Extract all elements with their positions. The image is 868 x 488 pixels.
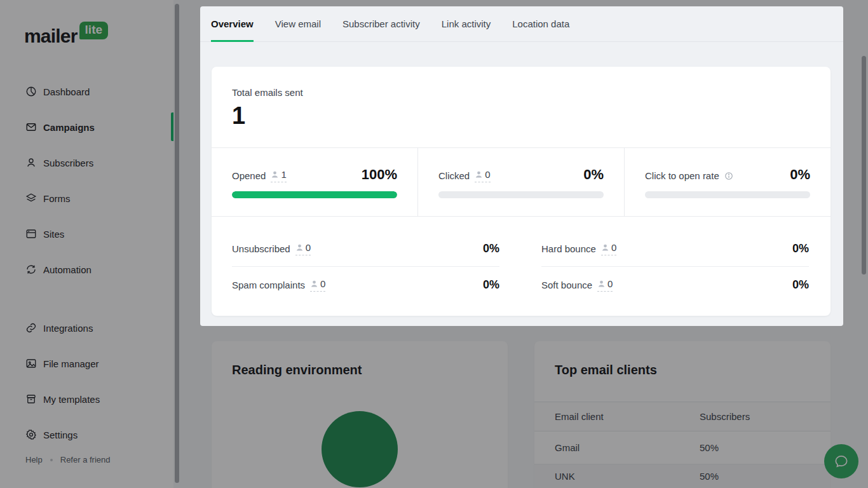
metric-clicked: Clicked 0 0% bbox=[417, 148, 624, 216]
soft-bounce-label: Soft bounce bbox=[541, 280, 592, 290]
chat-icon bbox=[833, 453, 850, 470]
total-emails-sent-label: Total emails sent bbox=[232, 87, 810, 98]
unsubscribed-label: Unsubscribed bbox=[232, 243, 290, 254]
info-icon[interactable] bbox=[724, 172, 733, 180]
settings-icon bbox=[25, 429, 37, 440]
person-icon bbox=[601, 243, 609, 252]
top-email-clients-title: Top email clients bbox=[555, 363, 657, 377]
sidebar-item-my-templates[interactable]: My templates bbox=[0, 391, 173, 407]
sidebar-item-forms[interactable]: Forms bbox=[0, 191, 173, 206]
reading-environment-pie-chart bbox=[322, 411, 398, 487]
person-icon bbox=[295, 243, 304, 252]
hard-bounce-percentage: 0% bbox=[792, 242, 809, 255]
clicked-label: Clicked bbox=[438, 170, 470, 181]
separator-dot bbox=[50, 459, 53, 461]
active-nav-indicator bbox=[171, 112, 173, 141]
spam-complaints-percentage: 0% bbox=[483, 278, 499, 292]
reading-environment-title: Reading environment bbox=[232, 363, 362, 377]
clicked-count[interactable]: 0 bbox=[475, 169, 490, 182]
table-header: Email client Subscribers bbox=[534, 402, 831, 431]
tab-view-email[interactable]: View email bbox=[275, 6, 321, 41]
sidebar-item-dashboard[interactable]: Dashboard bbox=[0, 84, 173, 99]
sidebar-item-label: File manager bbox=[43, 358, 99, 369]
person-icon bbox=[475, 170, 483, 179]
column-header-subscribers: Subscribers bbox=[700, 411, 750, 422]
client-name: UNK bbox=[534, 471, 700, 482]
sidebar-scrollbar[interactable] bbox=[175, 4, 179, 483]
client-share: 50% bbox=[700, 471, 719, 482]
window-scrollbar[interactable] bbox=[862, 56, 866, 274]
top-email-clients-card: Top email clients Email client Subscribe… bbox=[534, 341, 831, 488]
sidebar: mailerlite Dashboard Campaigns Subscribe… bbox=[0, 0, 173, 488]
person-icon bbox=[271, 170, 279, 179]
unsubscribed-percentage: 0% bbox=[483, 242, 499, 255]
tab-overview[interactable]: Overview bbox=[211, 6, 254, 41]
report-tabbar: Overview View email Subscriber activity … bbox=[200, 6, 843, 42]
click-to-open-rate-progress-bar bbox=[645, 191, 810, 198]
tab-location-data[interactable]: Location data bbox=[512, 6, 569, 41]
live-chat-button[interactable] bbox=[824, 444, 858, 478]
sites-icon bbox=[25, 228, 37, 240]
metric-click-to-open-rate: Click to open rate 0% bbox=[624, 148, 831, 216]
sidebar-item-label: Campaigns bbox=[43, 122, 95, 133]
spam-complaints-count[interactable]: 0 bbox=[310, 278, 325, 292]
sidebar-item-label: Integrations bbox=[43, 323, 93, 334]
sidebar-item-label: Sites bbox=[43, 229, 64, 240]
opened-count[interactable]: 1 bbox=[271, 169, 286, 182]
soft-bounce-percentage: 0% bbox=[792, 278, 809, 292]
help-link[interactable]: Help bbox=[25, 455, 43, 464]
click-to-open-rate-label: Click to open rate bbox=[645, 170, 719, 181]
campaign-report-modal: Overview View email Subscriber activity … bbox=[200, 6, 843, 326]
mailerlite-logo[interactable]: mailerlite bbox=[24, 25, 108, 47]
opened-percentage: 100% bbox=[362, 166, 397, 183]
sidebar-item-integrations[interactable]: Integrations bbox=[0, 320, 173, 336]
clicked-progress-bar bbox=[438, 191, 604, 198]
hard-bounce-count[interactable]: 0 bbox=[601, 242, 616, 255]
secondary-metrics: Unsubscribed 0 0% Spam complaints 0 bbox=[212, 217, 831, 303]
table-row: Gmail 50% bbox=[534, 431, 831, 464]
opened-progress-bar bbox=[232, 191, 397, 198]
click-to-open-rate-percentage: 0% bbox=[790, 166, 810, 183]
sidebar-item-subscribers[interactable]: Subscribers bbox=[0, 155, 173, 170]
sidebar-item-sites[interactable]: Sites bbox=[0, 226, 173, 241]
automation-icon bbox=[25, 264, 37, 275]
person-icon bbox=[597, 280, 606, 288]
tab-link-activity[interactable]: Link activity bbox=[442, 6, 491, 41]
sidebar-item-label: Dashboard bbox=[43, 86, 90, 97]
sidebar-item-settings[interactable]: Settings bbox=[0, 427, 173, 442]
sidebar-item-label: Automation bbox=[43, 264, 92, 275]
unsubscribed-count[interactable]: 0 bbox=[295, 242, 311, 255]
tab-subscriber-activity[interactable]: Subscriber activity bbox=[342, 6, 420, 41]
logo-badge: lite bbox=[79, 22, 108, 39]
refer-a-friend-link[interactable]: Refer a friend bbox=[60, 455, 111, 464]
sidebar-item-label: Forms bbox=[43, 193, 71, 204]
soft-bounce-count[interactable]: 0 bbox=[597, 278, 613, 292]
reading-environment-card: Reading environment bbox=[212, 341, 508, 488]
logo-text: mailer bbox=[24, 25, 78, 46]
sidebar-item-campaigns[interactable]: Campaigns bbox=[0, 119, 173, 135]
client-name: Gmail bbox=[534, 442, 700, 453]
table-row: UNK 50% bbox=[534, 464, 831, 488]
metric-soft-bounce: Soft bounce 0 0% bbox=[541, 267, 809, 303]
clicked-percentage: 0% bbox=[583, 166, 604, 183]
client-share: 50% bbox=[700, 442, 719, 453]
dashboard-icon bbox=[25, 86, 37, 97]
person-icon bbox=[310, 280, 318, 288]
sidebar-item-label: Settings bbox=[43, 430, 78, 440]
forms-icon bbox=[25, 193, 37, 204]
sidebar-footer: Help Refer a friend bbox=[25, 455, 111, 464]
sidebar-item-automation[interactable]: Automation bbox=[0, 262, 173, 277]
hard-bounce-label: Hard bounce bbox=[541, 243, 596, 254]
subscribers-icon bbox=[25, 157, 37, 168]
file-manager-icon bbox=[25, 358, 37, 369]
my-templates-icon bbox=[25, 393, 37, 405]
metric-hard-bounce: Hard bounce 0 0% bbox=[541, 231, 809, 267]
total-emails-sent-value: 1 bbox=[232, 103, 810, 128]
sidebar-item-file-manager[interactable]: File manager bbox=[0, 356, 173, 371]
sidebar-item-label: Subscribers bbox=[43, 158, 93, 168]
opened-label: Opened bbox=[232, 170, 266, 181]
campaigns-icon bbox=[25, 121, 37, 133]
primary-metrics-row: Opened 1 100% Clicked bbox=[212, 148, 831, 216]
metric-unsubscribed: Unsubscribed 0 0% bbox=[232, 231, 499, 267]
column-header-email-client: Email client bbox=[534, 411, 700, 422]
